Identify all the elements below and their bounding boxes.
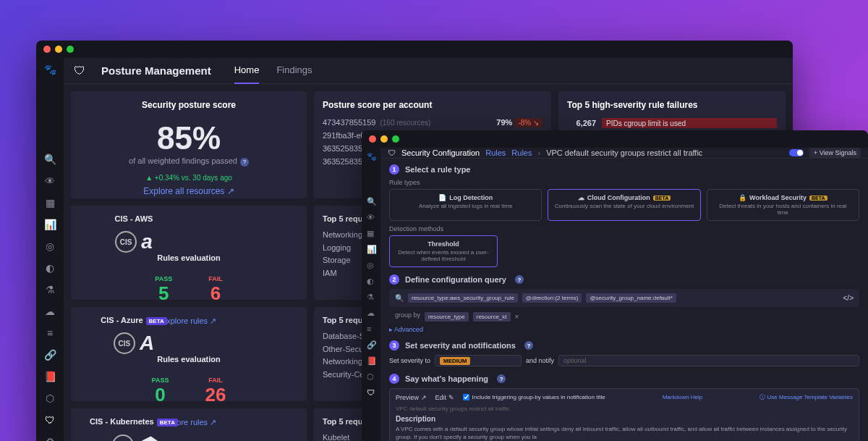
pill-resource-type[interactable]: resource_type:aws_security_group_rule [408,293,518,303]
layers-icon[interactable]: ≡ [367,324,375,333]
target-icon[interactable]: ◎ [44,240,56,252]
crumb-section[interactable]: Rules [485,148,506,157]
description-heading: Description [396,415,853,423]
search-icon[interactable]: 🔍 [367,197,375,206]
shield-icon[interactable]: 🛡 [44,414,56,426]
help-icon[interactable]: ? [497,374,506,383]
enable-toggle[interactable] [789,149,804,156]
score-subtitle: of all weighted findings passed? [80,156,298,167]
notify-label: and notify [526,357,554,364]
shield-icon[interactable]: 🛡 [367,388,375,397]
cloud-icon[interactable]: ☁ [367,308,375,317]
failure-row[interactable]: 6,267PIDs cgroup limit is used [567,116,777,130]
crumb-rules[interactable]: Rules [511,148,532,157]
book-icon[interactable]: 📕 [44,371,56,382]
threshold-card[interactable]: Threshold Detect when events exceed a us… [389,235,498,267]
binoculars-icon[interactable]: 👁 [44,175,56,187]
step-2-badge: 2 [389,274,399,285]
left-nav-sidebar: 🐾 🔍 👁 ▦ 📊 ◎ ◐ ⚗ ☁ ≡ 🔗 📕 ⬡ 🛡 ⚙ [36,58,64,441]
severity-select[interactable]: MEDIUM [435,355,522,366]
crumb-root[interactable]: Security Configuration [401,148,480,157]
close-icon[interactable] [43,46,51,53]
logo-icon[interactable]: 🐾 [367,152,375,161]
tab-findings[interactable]: Findings [276,57,312,84]
minimize-icon[interactable] [380,135,388,143]
clock-icon[interactable]: ◐ [367,277,375,285]
step-1-badge: 1 [389,164,399,175]
rule-type-card[interactable]: 📄 Log Detection Analyze all ingested log… [389,189,542,221]
page-title: Posture Management [101,64,211,77]
link-icon[interactable]: 🔗 [44,349,56,361]
tab-home[interactable]: Home [234,57,260,84]
failures-title: Top 5 high-severity rule failures [567,100,777,110]
help-icon[interactable]: ? [524,341,533,350]
edit-tab[interactable]: Edit ✎ [435,394,454,401]
layers-icon[interactable]: ≡ [44,327,56,339]
gear-icon[interactable]: ⚙ [44,436,56,441]
template-vars-link[interactable]: ⓘ Use Message Template Variables [760,393,853,401]
help-icon[interactable]: ? [515,275,524,284]
clock-icon[interactable]: ◐ [44,262,56,274]
explore-resources-link[interactable]: Explore all resources ↗ [80,186,298,196]
step-4-title: Say what's happening [405,374,488,383]
query-builder[interactable]: 🔍 resource_type:aws_security_group_rule … [389,289,859,307]
score-title: Security posture score [80,100,298,110]
minimize-icon[interactable] [55,46,62,53]
rule-config-window: 🐾 🔍 👁 ▦ 📊 ◎ ◐ ⚗ ☁ ≡ 🔗 📕 ⬡ 🛡 🛡 Security C… [362,130,868,441]
binoculars-icon[interactable]: 👁 [367,213,375,222]
topbar: 🛡 Posture Management Home Findings [64,58,793,84]
shield-icon: 🛡 [74,64,85,77]
logo-icon[interactable]: 🐾 [44,64,56,75]
message-editor: Preview ↗ Edit ✎ Include triggering grou… [389,388,859,441]
include-groupby-checkbox[interactable]: Include triggering group-by values in no… [463,394,605,400]
dashboard-icon[interactable]: ▦ [44,197,56,209]
notify-select[interactable]: optional [558,355,859,366]
advanced-toggle[interactable]: ▸ Advanced [389,326,859,333]
cloud-icon[interactable]: ☁ [44,306,56,317]
score-trend: ▲ +0.34% vs. 30 days ago [80,174,298,182]
detection-label: Detection methods [389,225,859,232]
remove-icon[interactable]: × [515,313,519,321]
target-icon[interactable]: ◎ [367,261,375,269]
pill-sg-name[interactable]: @security_group_name:default* [586,293,676,303]
search-icon: 🔍 [395,294,404,302]
flask-icon[interactable]: ⚗ [44,284,56,295]
view-signals-button[interactable]: + View Signals [809,148,861,158]
hex-icon[interactable]: ⬡ [44,392,56,404]
severity-label: Set severity to [389,357,430,364]
crumb-leaf: VPC default security groups restrict all… [546,148,702,157]
step-2-title: Define configuration query [405,275,506,284]
account-row[interactable]: 473437855159(160 resources)79% -8% ↘ [323,116,542,129]
description-text: A VPC comes with a default security grou… [396,425,853,441]
shield-icon: 🛡 [388,148,396,157]
step-4-badge: 4 [389,374,399,384]
pill-group-rid[interactable]: resource_id [473,312,511,322]
flask-icon[interactable]: ⚗ [367,293,375,301]
dashboard-icon[interactable]: ▦ [367,229,375,238]
rule-types-label: Rule types [389,179,859,186]
analytics-icon[interactable]: 📊 [367,245,375,253]
step-1-title: Select a rule type [405,165,471,174]
maximize-icon[interactable] [67,46,74,53]
book-icon[interactable]: 📕 [367,356,375,365]
markdown-help-link[interactable]: Markdown Help [663,394,703,400]
step-3-badge: 3 [389,340,399,350]
search-icon[interactable]: 🔍 [44,154,56,165]
help-icon[interactable]: ? [240,158,249,167]
title-input[interactable]: VPC default security groups restrict all… [396,406,853,412]
hex-icon[interactable]: ⬡ [367,372,375,381]
close-icon[interactable] [369,135,376,143]
maximize-icon[interactable] [392,135,399,143]
score-value: 85% [80,120,298,156]
preview-tab[interactable]: Preview ↗ [396,394,427,401]
overlay-sidebar: 🐾 🔍 👁 ▦ 📊 ◎ ◐ ⚗ ☁ ≡ 🔗 📕 ⬡ 🛡 [362,148,380,441]
rule-type-card[interactable]: ☁ Cloud Configuration BETAContinuously s… [548,189,700,221]
pill-group-rt[interactable]: resource_type [425,312,469,322]
analytics-icon[interactable]: 📊 [44,219,56,230]
pill-direction[interactable]: @direction:(2 terms) [522,293,582,303]
link-icon[interactable]: 🔗 [367,340,375,349]
score-card: Security posture score 85% of all weight… [71,91,307,198]
code-icon[interactable]: </> [843,294,854,302]
step-3-title: Set severity and notifications [405,341,516,350]
rule-type-card[interactable]: 🔒 Workload Security BETADetect threats i… [707,189,859,221]
